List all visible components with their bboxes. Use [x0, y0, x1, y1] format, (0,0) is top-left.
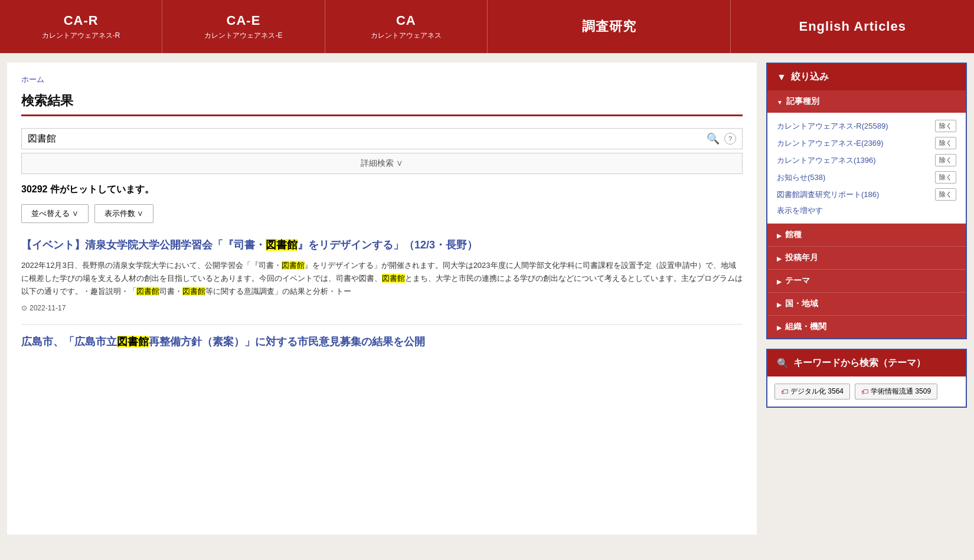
- filter-item-0: カレントアウェアネス-R(25589) 除く: [777, 120, 956, 132]
- nav-ca-r[interactable]: CA-R カレントアウェアネス-R: [0, 0, 162, 53]
- filter-section-article-type-body: カレントアウェアネス-R(25589) 除く カレントアウェアネス-E(2369…: [767, 113, 966, 223]
- filter-section-post-date-label: 投稿年月: [785, 253, 818, 263]
- highlight-body-4: 図書館: [182, 287, 205, 296]
- clock-icon: ⊙: [21, 304, 27, 312]
- filter-item-0-label[interactable]: カレントアウェアネス-R(25589): [777, 121, 888, 132]
- article-1-link[interactable]: 【イベント】清泉女学院大学公開学習会「『司書・図書館』をリデザインする」（12/…: [21, 239, 478, 251]
- keyword-tag-1[interactable]: 🏷 学術情報流通 3509: [855, 384, 937, 399]
- filter-section-org[interactable]: 組織・機関: [767, 316, 966, 338]
- filter-remove-4[interactable]: 除く: [935, 188, 956, 201]
- nav-ca[interactable]: CA カレントアウェアネス: [325, 0, 488, 53]
- page-title: 検索結果: [21, 92, 743, 110]
- filter-box: ▼ 絞り込み 記事種別 カレントアウェアネス-R(25589) 除く カレントア…: [766, 63, 967, 339]
- filter-section-article-type: 記事種別 カレントアウェアネス-R(25589) 除く カレントアウェアネス-E…: [767, 90, 966, 224]
- search-icons: 🔍 ?: [707, 132, 736, 145]
- filter-section-post-date[interactable]: 投稿年月: [767, 247, 966, 270]
- nav-ca-r-main: CA-R: [64, 13, 99, 28]
- keyword-header-label: キーワードから検索（テーマ）: [793, 357, 926, 369]
- article-2: 広島市、「広島市立図書館再整備方針（素案）」に対する市民意見募集の結果を公開: [21, 334, 743, 350]
- keyword-tag-1-label: 学術情報流通 3509: [871, 387, 931, 397]
- filter-section-theme-label: テーマ: [785, 276, 810, 286]
- filter-item-2-label[interactable]: カレントアウェアネス(1396): [777, 155, 876, 166]
- chevron-right-icon-4: [777, 299, 782, 309]
- nav-research-main: 調査研究: [582, 18, 636, 35]
- page-body: ホーム 検索結果 🔍 ? 詳細検索 ∨ 30292 件がヒットしています。 並べ…: [0, 53, 974, 544]
- filter-remove-3[interactable]: 除く: [935, 171, 956, 184]
- top-nav: CA-R カレントアウェアネス-R CA-E カレントアウェアネス-E CA カ…: [0, 0, 974, 53]
- search-button[interactable]: 🔍: [707, 132, 720, 145]
- filter-section-country-label: 国・地域: [785, 299, 818, 309]
- result-count: 30292 件がヒットしています。: [21, 184, 743, 196]
- chevron-right-icon-5: [777, 322, 782, 332]
- filter-item-3-label[interactable]: お知らせ(538): [777, 172, 825, 183]
- article-1-date: ⊙ 2022-11-17: [21, 304, 743, 312]
- highlight-art2: 図書館: [117, 336, 149, 348]
- article-2-title: 広島市、「広島市立図書館再整備方針（素案）」に対する市民意見募集の結果を公開: [21, 334, 743, 350]
- filter-item-4: 図書館調査研究リポート(186) 除く: [777, 188, 956, 201]
- chevron-right-icon-1: [777, 230, 782, 240]
- highlight-1: 図書館: [266, 239, 298, 251]
- title-divider: [21, 114, 743, 116]
- show-more-link[interactable]: 表示を増やす: [777, 205, 956, 216]
- filter-icon: ▼: [777, 72, 786, 83]
- display-count-label: 表示件数 ∨: [104, 208, 144, 219]
- article-1-body: 2022年12月3日、長野県の清泉女学院大学において、公開学習会「『司書・図書館…: [21, 259, 743, 298]
- keyword-tag-0-label: デジタル化 3564: [790, 387, 844, 397]
- tag-icon-0: 🏷: [781, 388, 788, 396]
- highlight-body-2: 図書館: [382, 274, 405, 283]
- breadcrumb-home[interactable]: ホーム: [21, 75, 44, 84]
- filter-section-article-type-header[interactable]: 記事種別: [767, 90, 966, 113]
- nav-ca-main: CA: [396, 13, 416, 28]
- nav-research[interactable]: 調査研究: [488, 0, 731, 53]
- tag-icon-1: 🏷: [861, 388, 868, 396]
- filter-item-3: お知らせ(538) 除く: [777, 171, 956, 184]
- keyword-tag-0[interactable]: 🏷 デジタル化 3564: [774, 384, 850, 399]
- nav-english-main: English Articles: [799, 19, 906, 34]
- main-content: ホーム 検索結果 🔍 ? 詳細検索 ∨ 30292 件がヒットしています。 並べ…: [7, 63, 757, 535]
- filter-section-country[interactable]: 国・地域: [767, 293, 966, 316]
- display-count-button[interactable]: 表示件数 ∨: [94, 204, 154, 223]
- nav-ca-e-sub: カレントアウェアネス-E: [204, 31, 282, 41]
- filter-section-org-label: 組織・機関: [785, 322, 826, 332]
- search-icon: 🔍: [777, 358, 789, 369]
- keyword-body: 🏷 デジタル化 3564 🏷 学術情報流通 3509: [767, 376, 966, 407]
- article-1: 【イベント】清泉女学院大学公開学習会「『司書・図書館』をリデザインする」（12/…: [21, 237, 743, 312]
- filter-section-article-type-label: 記事種別: [786, 96, 819, 107]
- filter-item-1: カレントアウェアネス-E(2369) 除く: [777, 137, 956, 149]
- filter-remove-2[interactable]: 除く: [935, 154, 956, 166]
- search-input[interactable]: [28, 133, 707, 144]
- chevron-right-icon-3: [777, 276, 782, 286]
- filter-section-theme[interactable]: テーマ: [767, 270, 966, 293]
- help-button[interactable]: ?: [724, 133, 736, 145]
- advanced-search[interactable]: 詳細検索 ∨: [21, 153, 743, 174]
- filter-remove-0[interactable]: 除く: [935, 120, 956, 132]
- filter-item-1-label[interactable]: カレントアウェアネス-E(2369): [777, 138, 884, 149]
- article-1-title: 【イベント】清泉女学院大学公開学習会「『司書・図書館』をリデザインする」（12/…: [21, 237, 743, 253]
- highlight-body-3: 図書館: [136, 287, 159, 296]
- filter-header-label: 絞り込み: [791, 71, 829, 83]
- article-2-link[interactable]: 広島市、「広島市立図書館再整備方針（素案）」に対する市民意見募集の結果を公開: [21, 336, 425, 348]
- filter-section-library-type[interactable]: 館種: [767, 224, 966, 247]
- article-divider: [21, 324, 743, 325]
- nav-ca-sub: カレントアウェアネス: [371, 31, 442, 41]
- keyword-box: 🔍 キーワードから検索（テーマ） 🏷 デジタル化 3564 🏷 学術情報流通 3…: [766, 349, 967, 408]
- keyword-header: 🔍 キーワードから検索（テーマ）: [767, 350, 966, 376]
- chevron-right-icon-2: [777, 253, 782, 263]
- date-value: 2022-11-17: [30, 304, 66, 312]
- sort-controls: 並べ替える ∨ 表示件数 ∨: [21, 204, 743, 223]
- filter-item-4-label[interactable]: 図書館調査研究リポート(186): [777, 189, 879, 200]
- filter-section-library-type-label: 館種: [785, 230, 802, 240]
- sort-label: 並べ替える ∨: [31, 208, 79, 219]
- nav-english[interactable]: English Articles: [731, 0, 974, 53]
- filter-header: ▼ 絞り込み: [767, 64, 966, 90]
- chevron-down-icon: [777, 97, 783, 106]
- filter-remove-1[interactable]: 除く: [935, 137, 956, 149]
- sort-button[interactable]: 並べ替える ∨: [21, 204, 89, 223]
- nav-ca-e[interactable]: CA-E カレントアウェアネス-E: [162, 0, 325, 53]
- filter-item-2: カレントアウェアネス(1396) 除く: [777, 154, 956, 166]
- highlight-body-1: 図書館: [282, 261, 305, 270]
- nav-ca-e-main: CA-E: [227, 13, 261, 28]
- nav-ca-r-sub: カレントアウェアネス-R: [42, 31, 120, 41]
- search-box: 🔍 ?: [21, 128, 743, 149]
- sidebar: ▼ 絞り込み 記事種別 カレントアウェアネス-R(25589) 除く カレントア…: [766, 63, 967, 535]
